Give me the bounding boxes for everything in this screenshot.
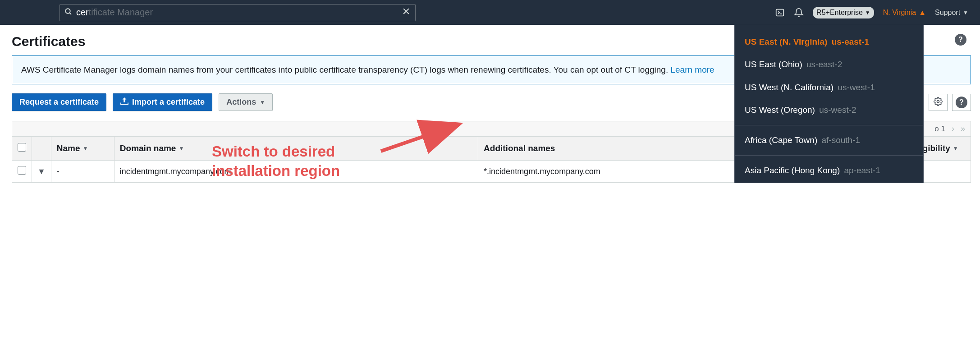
row-checkbox[interactable] (18, 166, 26, 175)
help-icon: ? (956, 97, 967, 108)
region-code: us-east-1 (829, 37, 869, 46)
region-item[interactable]: US West (N. California) us-west-1 (735, 76, 923, 99)
import-label: Import a certificate (132, 97, 205, 107)
select-all-checkbox[interactable] (18, 143, 26, 152)
header-expand (32, 137, 51, 161)
search-container: certificate Manager (60, 4, 416, 21)
chevron-down-icon: ▼ (83, 145, 88, 152)
support-label: Support (935, 9, 960, 17)
region-current: N. Virginia (883, 9, 916, 17)
header-name[interactable]: Name ▼ (51, 137, 114, 161)
upload-icon (120, 97, 128, 107)
pagination-label: o 1 (934, 125, 945, 134)
region-code: us-west-2 (817, 105, 856, 115)
banner-learn-more-link[interactable]: Learn more (670, 65, 714, 74)
region-dropdown: US East (N. Virginia) us-east-1US East (… (734, 25, 924, 183)
svg-line-1 (69, 13, 71, 14)
cell-domain: incidentmgmt.mycompany.com (114, 161, 478, 183)
search-typed-text: certificate Manager (76, 7, 153, 18)
chevron-down-icon: ▼ (260, 99, 265, 106)
chevron-down-icon: ▼ (963, 9, 968, 16)
svg-point-6 (937, 101, 939, 103)
actions-menu-button[interactable]: Actions ▼ (219, 93, 273, 111)
region-code: ap-east-1 (842, 166, 880, 175)
chevron-down-icon: ▼ (865, 9, 870, 16)
region-name: US West (N. California) (745, 83, 833, 92)
banner-text: AWS Certificate Manager logs domain name… (21, 65, 670, 74)
last-page-icon[interactable]: » (961, 124, 965, 134)
region-code: us-west-1 (835, 83, 875, 92)
region-item[interactable]: US West (Oregon) us-west-2 (735, 99, 923, 121)
region-code: af-south-1 (819, 135, 860, 145)
search-box[interactable]: certificate Manager (60, 4, 416, 21)
help-button[interactable]: ? (952, 94, 971, 111)
help-icon: ? (955, 34, 966, 46)
gear-icon (934, 97, 943, 107)
region-item[interactable]: Asia Pacific (Hong Kong) ap-east-1 (735, 159, 923, 182)
expand-row-icon[interactable]: ▼ (37, 167, 46, 176)
support-menu[interactable]: Support ▼ (935, 9, 968, 17)
region-code: us-east-2 (804, 60, 842, 69)
region-menu[interactable]: N. Virginia ▲ (883, 9, 926, 17)
actions-label: Actions (226, 97, 256, 107)
next-page-icon[interactable]: › (952, 124, 954, 134)
region-name: US East (N. Virginia) (745, 37, 827, 46)
chevron-down-icon: ▼ (953, 145, 958, 152)
region-name: Africa (Cape Town) (745, 135, 817, 145)
chevron-down-icon: ▼ (179, 145, 184, 152)
import-certificate-button[interactable]: Import a certificate (113, 93, 212, 111)
region-divider (735, 125, 923, 125)
region-item[interactable]: Asia Pacific (Mumbai) ap-south-1 (735, 182, 923, 183)
cell-name: - (51, 161, 114, 183)
search-clear-icon[interactable] (402, 7, 411, 18)
request-certificate-button[interactable]: Request a certificate (12, 93, 106, 111)
region-item[interactable]: US East (Ohio) us-east-2 (735, 53, 923, 76)
cloudshell-icon[interactable] (775, 8, 785, 18)
page-help-button[interactable]: ? (955, 34, 966, 46)
header-domain[interactable]: Domain name ▼ (114, 137, 478, 161)
svg-point-0 (65, 9, 70, 14)
region-item[interactable]: Africa (Cape Town) af-south-1 (735, 129, 923, 152)
nav-right: R5+Enterprise ▼ N. Virginia ▲ Support ▼ (775, 7, 975, 18)
request-label: Request a certificate (19, 97, 99, 107)
region-name: US East (Ohio) (745, 60, 802, 69)
header-checkbox (12, 137, 32, 161)
top-nav: certificate Manager R5+Enterprise ▼ N. V… (0, 0, 980, 25)
account-menu[interactable]: R5+Enterprise ▼ (813, 7, 874, 18)
right-tools: ? (929, 94, 971, 111)
settings-button[interactable] (929, 94, 948, 111)
search-icon (64, 8, 73, 17)
chevron-up-icon: ▲ (919, 9, 926, 17)
account-label: R5+Enterprise (816, 9, 863, 17)
region-name: Asia Pacific (Hong Kong) (745, 166, 840, 175)
region-divider (735, 155, 923, 156)
region-item[interactable]: US East (N. Virginia) us-east-1 (735, 31, 923, 53)
bell-icon[interactable] (794, 8, 804, 18)
region-name: US West (Oregon) (745, 105, 815, 115)
